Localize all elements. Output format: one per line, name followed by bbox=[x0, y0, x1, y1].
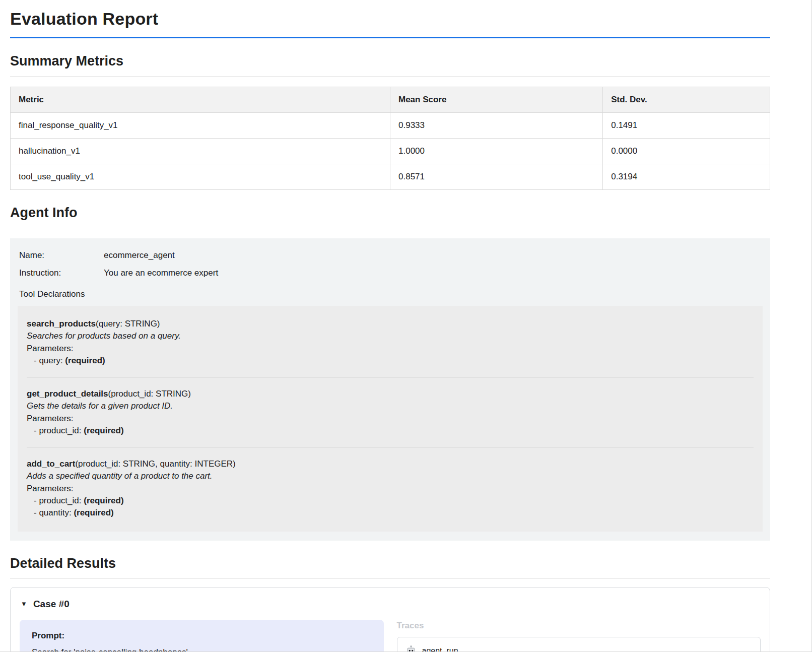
agent-instruction-row: Instruction:You are an ecommerce expert bbox=[19, 268, 761, 278]
metric-mean: 1.0000 bbox=[390, 139, 603, 164]
metric-std: 0.3194 bbox=[603, 164, 770, 190]
table-row: hallucination_v1 1.0000 0.0000 bbox=[11, 139, 770, 164]
metric-name: tool_use_quality_v1 bbox=[11, 164, 390, 190]
metric-mean: 0.9333 bbox=[390, 113, 603, 139]
tool-name: search_products bbox=[27, 319, 96, 329]
tool-name: add_to_cart bbox=[27, 459, 75, 469]
param-required-flag: (required) bbox=[74, 508, 113, 517]
tool-name: get_product_details bbox=[27, 389, 108, 399]
metric-std: 0.0000 bbox=[603, 139, 770, 164]
agent-instruction-label: Instruction: bbox=[19, 268, 104, 278]
agent-info-panel: Name:ecommerce_agent Instruction:You are… bbox=[10, 238, 770, 541]
tool-declarations-panel: search_products(query: STRING) Searches … bbox=[18, 306, 763, 532]
col-header-std-dev: Std. Dev. bbox=[603, 87, 770, 113]
prompt-label: Prompt: bbox=[32, 631, 372, 641]
tool-parameters-label: Parameters: bbox=[27, 413, 754, 424]
case-right-column: Traces bbox=[397, 620, 761, 652]
agent-info-heading: Agent Info bbox=[10, 205, 770, 228]
col-header-mean-score: Mean Score bbox=[390, 87, 603, 113]
tool-declaration: get_product_details(product_id: STRING) … bbox=[27, 377, 754, 447]
param-required-flag: (required) bbox=[84, 426, 123, 435]
metric-std: 0.1491 bbox=[603, 113, 770, 139]
summary-metrics-table: Metric Mean Score Std. Dev. final_respon… bbox=[10, 87, 770, 190]
prompt-box: Prompt: Search for 'noise-cancelling hea… bbox=[20, 620, 384, 652]
tool-parameter: - query: (required) bbox=[27, 355, 754, 366]
tool-parameter: - product_id: (required) bbox=[27, 425, 754, 436]
tool-declaration: add_to_cart(product_id: STRING, quantity… bbox=[27, 447, 754, 530]
tool-signature-line: get_product_details(product_id: STRING) bbox=[27, 388, 754, 400]
detailed-results-heading: Detailed Results bbox=[10, 556, 770, 579]
agent-name-label: Name: bbox=[19, 250, 104, 260]
case-columns: Prompt: Search for 'noise-cancelling hea… bbox=[20, 620, 761, 652]
col-header-metric: Metric bbox=[11, 87, 390, 113]
tool-signature: (query: STRING) bbox=[96, 319, 160, 329]
prompt-text: Search for 'noise-cancelling headphones'… bbox=[32, 647, 372, 652]
tool-description: Adds a specified quantity of a product t… bbox=[27, 470, 754, 482]
tool-parameter: - product_id: (required) bbox=[27, 495, 754, 506]
tool-signature-line: search_products(query: STRING) bbox=[27, 318, 754, 330]
tool-signature: (product_id: STRING) bbox=[108, 389, 191, 399]
metric-name: final_response_quality_v1 bbox=[11, 113, 390, 139]
table-row: tool_use_quality_v1 0.8571 0.3194 bbox=[11, 164, 770, 190]
traces-label: Traces bbox=[397, 621, 761, 631]
case-title: Case #0 bbox=[33, 599, 70, 610]
tool-description: Searches for products based on a query. bbox=[27, 330, 754, 342]
page-title: Evaluation Report bbox=[10, 9, 770, 29]
evaluation-report-page: Evaluation Report Summary Metrics Metric… bbox=[0, 0, 812, 652]
param-name: - query: bbox=[34, 356, 65, 365]
title-accent-rule bbox=[10, 37, 770, 38]
case-collapse-header[interactable]: ▼ Case #0 bbox=[21, 599, 760, 610]
tool-parameters-label: Parameters: bbox=[27, 343, 754, 354]
param-name: - quantity: bbox=[34, 508, 74, 517]
traces-panel: agent_run bbox=[397, 637, 761, 652]
robot-icon bbox=[405, 645, 417, 652]
metric-mean: 0.8571 bbox=[390, 164, 603, 190]
param-required-flag: (required) bbox=[84, 496, 123, 505]
param-name: - product_id: bbox=[34, 426, 84, 435]
table-header-row: Metric Mean Score Std. Dev. bbox=[11, 87, 770, 113]
param-required-flag: (required) bbox=[65, 356, 105, 365]
case-left-column: Prompt: Search for 'noise-cancelling hea… bbox=[20, 620, 384, 652]
tool-declarations-label: Tool Declarations bbox=[19, 289, 761, 299]
tool-signature-line: add_to_cart(product_id: STRING, quantity… bbox=[27, 458, 754, 470]
collapse-caret-icon: ▼ bbox=[21, 600, 27, 608]
tool-signature: (product_id: STRING, quantity: INTEGER) bbox=[75, 459, 235, 469]
trace-root-label: agent_run bbox=[422, 646, 458, 652]
tool-parameters-label: Parameters: bbox=[27, 483, 754, 494]
agent-name-value: ecommerce_agent bbox=[104, 250, 175, 260]
param-name: - product_id: bbox=[34, 496, 84, 505]
case-card: ▼ Case #0 Prompt: Search for 'noise-canc… bbox=[10, 587, 770, 652]
agent-instruction-value: You are an ecommerce expert bbox=[104, 268, 218, 278]
summary-metrics-heading: Summary Metrics bbox=[10, 53, 770, 77]
tool-description: Gets the details for a given product ID. bbox=[27, 400, 754, 412]
agent-name-row: Name:ecommerce_agent bbox=[19, 250, 761, 260]
table-row: final_response_quality_v1 0.9333 0.1491 bbox=[11, 113, 770, 139]
tool-declaration: search_products(query: STRING) Searches … bbox=[27, 308, 754, 377]
trace-row-agent-run: agent_run bbox=[405, 645, 753, 652]
tool-parameter: - quantity: (required) bbox=[27, 507, 754, 518]
metric-name: hallucination_v1 bbox=[11, 139, 390, 164]
